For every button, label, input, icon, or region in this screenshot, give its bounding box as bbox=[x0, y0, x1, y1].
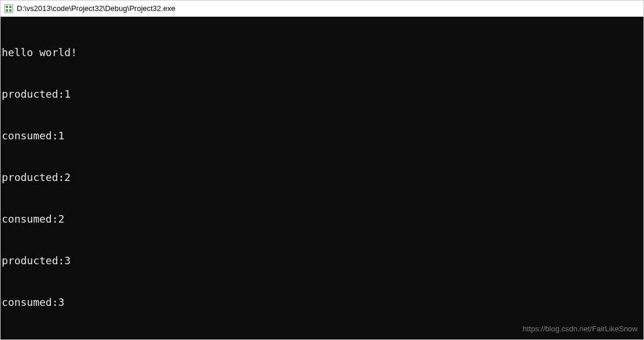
console-line: producted:2 bbox=[2, 171, 643, 184]
title-bar[interactable]: D:\vs2013\code\Project32\Debug\Project32… bbox=[1, 1, 643, 17]
app-icon bbox=[4, 4, 13, 13]
watermark-text: https://blog.csdn.net/FairLikeSnow bbox=[522, 322, 638, 336]
window-title: D:\vs2013\code\Project32\Debug\Project32… bbox=[17, 4, 175, 13]
svg-rect-1 bbox=[6, 6, 8, 8]
console-line: producted:4 bbox=[2, 337, 643, 339]
console-line: producted:3 bbox=[2, 254, 643, 268]
console-window: D:\vs2013\code\Project32\Debug\Project32… bbox=[0, 0, 644, 340]
svg-rect-2 bbox=[9, 6, 12, 8]
svg-rect-3 bbox=[6, 9, 8, 12]
console-line: consumed:2 bbox=[2, 212, 643, 226]
console-line: hello world! bbox=[2, 46, 643, 60]
console-line: producted:1 bbox=[2, 87, 643, 101]
svg-rect-4 bbox=[9, 9, 12, 12]
console-line: consumed:1 bbox=[2, 129, 643, 143]
console-output[interactable]: hello world! producted:1 consumed:1 prod… bbox=[1, 17, 643, 339]
console-line: consumed:3 bbox=[2, 295, 643, 309]
